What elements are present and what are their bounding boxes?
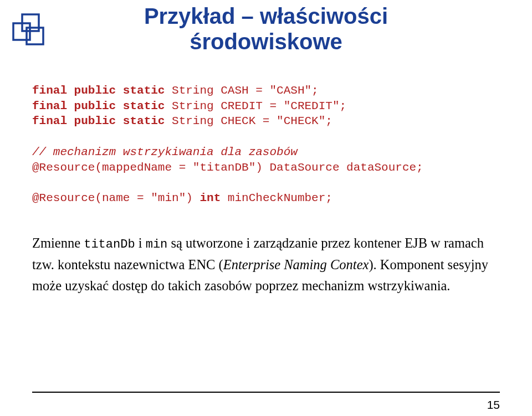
code-line-1b: String CASH = "CASH"; <box>172 84 319 97</box>
slide-logo-icon <box>10 11 48 49</box>
code-block: final public static String CASH = "CASH"… <box>32 83 532 206</box>
body-var2: min <box>146 238 168 251</box>
page-number: 15 <box>487 398 500 412</box>
title-line-2: środowiskowe <box>190 29 342 54</box>
body-p1a: Zmienne <box>32 235 84 250</box>
slide-title: Przykład – właściwości środowiskowe <box>0 3 532 54</box>
code-line-2a: final public static <box>32 100 172 112</box>
title-line-1: Przykład – właściwości <box>144 4 388 28</box>
code-line-1a: final public static <box>32 84 172 97</box>
body-var1: titanDb <box>84 238 135 251</box>
code-line-3b: String CHECK = "CHECK"; <box>172 115 332 127</box>
code-line-6b: minCheckNumber; <box>221 192 332 204</box>
code-line-2b: String CREDIT = "CREDIT"; <box>172 100 346 112</box>
body-ital: Enterprise Naming Contex <box>223 257 369 272</box>
code-line-6-kw: int <box>200 192 221 204</box>
body-p1b: i <box>135 235 146 250</box>
code-comment: // mechanizm wstrzykiwania dla zasobów <box>32 146 298 158</box>
code-line-3a: final public static <box>32 115 172 127</box>
body-paragraph: Zmienne titanDb i min są utworzone i zar… <box>32 233 500 296</box>
footer-divider <box>32 392 500 393</box>
code-line-6a: @Resource(name = "min") <box>32 192 200 204</box>
code-line-5: @Resource(mappedName = "titanDB") DataSo… <box>32 161 423 174</box>
